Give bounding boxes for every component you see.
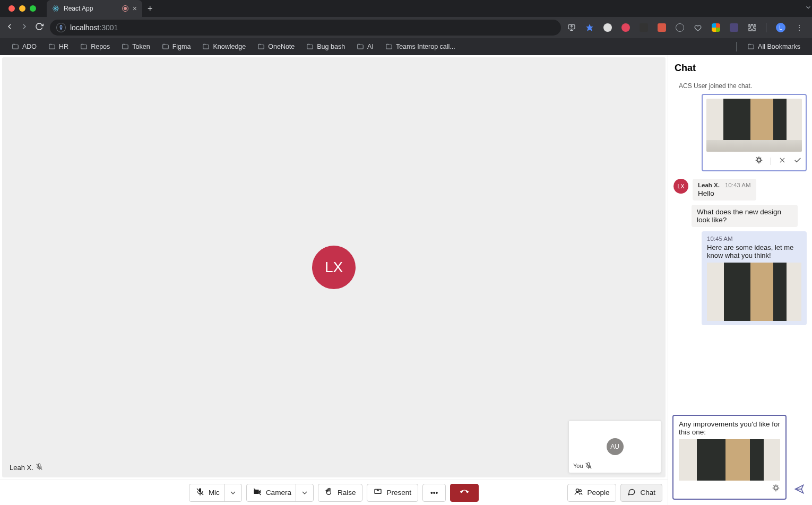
extension-icon[interactable]: [676, 23, 684, 32]
video-stage: LX Leah X. AU You: [2, 57, 666, 477]
tab-title: React App: [64, 5, 93, 12]
composer-text[interactable]: Any improvements you'd like for this one…: [679, 420, 780, 436]
maximize-window-icon[interactable]: [30, 5, 36, 12]
bookmark-folder[interactable]: Token: [117, 41, 154, 53]
bookmark-folder[interactable]: Bug bash: [302, 41, 349, 53]
bookmark-folder[interactable]: ADO: [7, 41, 41, 53]
extension-icon[interactable]: [712, 23, 720, 32]
mic-off-icon: [196, 487, 204, 498]
kebab-menu-icon[interactable]: ⋮: [795, 23, 804, 32]
screen-share-icon[interactable]: [567, 23, 576, 32]
back-button[interactable]: [5, 22, 14, 33]
hangup-button[interactable]: [450, 484, 479, 502]
url-input[interactable]: localhost:3001: [50, 20, 561, 36]
accept-attachment-icon[interactable]: [793, 156, 802, 167]
reload-button[interactable]: [35, 22, 44, 33]
bookmark-folder[interactable]: Teams Interop call...: [381, 41, 460, 53]
app-root: LX Leah X. AU You Mic: [0, 55, 812, 505]
message-text: Here are some ideas, let me know what yo…: [707, 243, 801, 259]
message-composer[interactable]: Any improvements you'd like for this one…: [672, 415, 787, 500]
people-button[interactable]: People: [567, 484, 616, 502]
composer-effects-icon[interactable]: [772, 484, 780, 494]
attachment-card[interactable]: [702, 94, 807, 171]
bookmark-folder[interactable]: Knowledge: [198, 41, 250, 53]
browser-tab[interactable]: React App ×: [47, 0, 142, 17]
hand-icon: [325, 487, 333, 498]
bookmark-folder[interactable]: AI: [352, 41, 378, 53]
svg-point-16: [580, 490, 582, 492]
participant-name-overlay: Leah X.: [10, 463, 43, 472]
bookmark-folder[interactable]: HR: [44, 41, 73, 53]
browser-chrome: React App × + localhost:3001: [0, 0, 812, 55]
self-avatar: AU: [607, 438, 624, 455]
site-info-icon[interactable]: [56, 23, 66, 32]
extension-icon[interactable]: [640, 23, 648, 32]
call-toolbar: Mic Camera Raise Present •••: [0, 480, 668, 505]
bookmark-folder[interactable]: Repos: [76, 41, 114, 53]
present-icon: [374, 487, 382, 498]
mic-button[interactable]: Mic: [189, 484, 242, 502]
composer-area: Any improvements you'd like for this one…: [668, 411, 812, 505]
chat-message-in: LX Leah X.10:43 AM Hello: [672, 177, 808, 203]
raise-hand-button[interactable]: Raise: [318, 484, 363, 502]
all-bookmarks-button[interactable]: All Bookmarks: [743, 41, 805, 53]
present-button[interactable]: Present: [367, 484, 418, 502]
svg-point-15: [576, 489, 579, 492]
extension-icon[interactable]: [621, 23, 630, 32]
forward-button[interactable]: [20, 22, 29, 33]
kitchen-image[interactable]: [707, 263, 801, 321]
message-text: Hello: [698, 189, 751, 197]
timestamp: 10:45 AM: [707, 236, 801, 242]
sender-name: Leah X.: [698, 182, 720, 188]
bookmark-folder[interactable]: OneNote: [253, 41, 299, 53]
more-button[interactable]: •••: [422, 484, 446, 502]
camera-off-icon: [253, 487, 262, 498]
tab-search-icon[interactable]: [797, 4, 812, 13]
mic-dropdown[interactable]: [224, 484, 241, 501]
new-tab-button[interactable]: +: [142, 4, 158, 13]
extension-icon[interactable]: [694, 23, 702, 32]
camera-dropdown[interactable]: [296, 484, 313, 501]
tab-strip: React App × +: [0, 0, 812, 17]
chat-scroll[interactable]: ACS User joined the chat. LX Leah X.10:4…: [672, 77, 808, 411]
close-window-icon[interactable]: [8, 5, 15, 12]
self-view-pip[interactable]: AU You: [568, 420, 661, 473]
react-icon: [52, 5, 59, 12]
more-icon: •••: [430, 489, 438, 497]
timestamp: 10:43 AM: [725, 182, 751, 188]
send-button[interactable]: [791, 481, 808, 500]
participant-avatar: LX: [312, 246, 356, 289]
mic-muted-icon: [36, 463, 43, 472]
extension-icon[interactable]: [730, 23, 738, 32]
close-tab-icon[interactable]: ×: [133, 4, 137, 13]
bookmark-folder[interactable]: Figma: [158, 41, 195, 53]
minimize-window-icon[interactable]: [19, 5, 25, 12]
reject-attachment-icon[interactable]: [779, 156, 786, 166]
video-column: LX Leah X. AU You Mic: [0, 55, 668, 505]
recording-icon: [122, 5, 128, 12]
chat-panel: Chat ACS User joined the chat. LX: [668, 55, 812, 505]
self-label: You: [573, 462, 592, 469]
toolbar-actions: L ⋮: [567, 23, 807, 32]
message-text: What does the new design look like?: [692, 205, 798, 227]
chat-icon: [627, 487, 636, 498]
phone-icon: [460, 487, 469, 498]
camera-button[interactable]: Camera: [246, 484, 314, 502]
chat-message-in: What does the new design look like?: [672, 203, 808, 229]
edit-attachment-icon[interactable]: [755, 156, 763, 167]
profile-avatar[interactable]: L: [776, 23, 785, 32]
chat-button[interactable]: Chat: [620, 484, 662, 502]
bookmark-star-icon[interactable]: [585, 23, 594, 32]
svg-marker-6: [586, 24, 593, 31]
extensions-puzzle-icon[interactable]: [748, 23, 756, 32]
extension-icon[interactable]: [658, 23, 666, 32]
extension-icon[interactable]: [603, 23, 612, 32]
people-icon: [574, 487, 583, 498]
url-port: :3001: [99, 23, 118, 32]
leah-avatar: LX: [673, 179, 688, 194]
address-bar: localhost:3001 L ⋮: [0, 17, 812, 38]
chat-message-out: 10:45 AM Here are some ideas, let me kno…: [672, 229, 808, 327]
bookmarks-bar: ADO HR Repos Token Figma Knowledge OneNo…: [0, 38, 812, 55]
composer-attachment-image[interactable]: [679, 439, 780, 481]
chat-title: Chat: [668, 55, 812, 77]
